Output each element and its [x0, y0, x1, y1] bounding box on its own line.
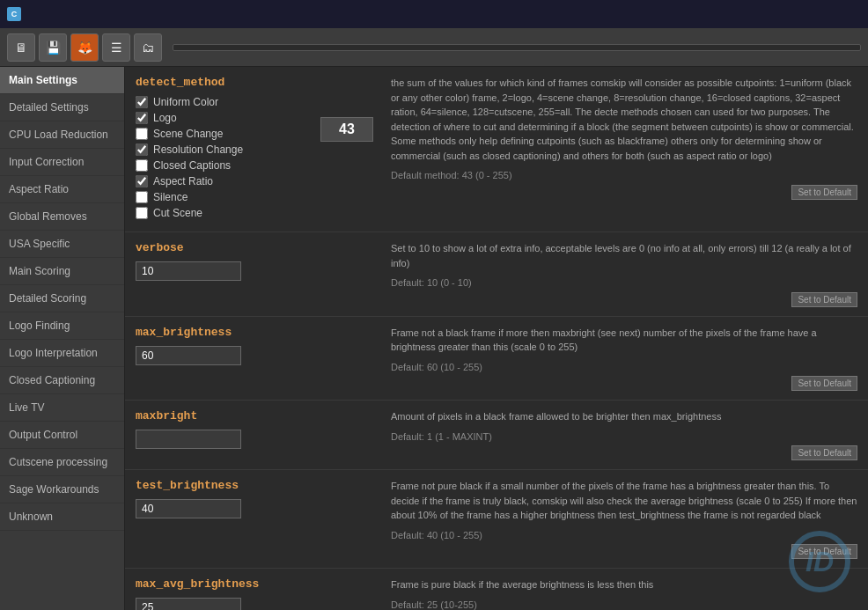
- title-bar: C: [0, 0, 868, 28]
- setting-row-maxbright: maxbrightAmount of pixels in a black fra…: [125, 401, 868, 470]
- checkbox-label-1: Logo: [153, 112, 177, 124]
- reset-btn-test-brightness[interactable]: Set to Default: [791, 544, 857, 559]
- sidebar-item-logo-interpretation[interactable]: Logo Interpretation: [0, 340, 124, 367]
- checkbox-label-4: Closed Captions: [153, 159, 231, 172]
- checkbox-label-2: Scene Change: [153, 128, 223, 140]
- reset-btn-maxbright[interactable]: Set to Default: [791, 445, 857, 460]
- setting-left-max-brightness: max_brightness: [136, 326, 391, 392]
- toolbar: 🖥 💾 🦊 ☰ 🗂: [0, 28, 868, 67]
- checkbox-item-3: Resolution Change: [136, 143, 382, 156]
- reset-btn-detect-method[interactable]: Set to Default: [791, 185, 857, 200]
- close-btn[interactable]: [838, 5, 861, 23]
- setting-name-test-brightness: test_brightness: [136, 479, 382, 492]
- setting-left-test-brightness: test_brightness: [136, 479, 391, 559]
- app-icon: C: [7, 7, 21, 21]
- checkbox-item-4: Closed Captions: [136, 159, 382, 172]
- sidebar-item-detailed-scoring[interactable]: Detailed Scoring: [0, 285, 124, 312]
- setting-left-detect-method: detect_methodUniform ColorLogoScene Chan…: [136, 76, 391, 223]
- firefox-toolbar-btn[interactable]: 🦊: [70, 33, 99, 62]
- sidebar-item-input-correction[interactable]: Input Correction: [0, 149, 124, 176]
- sidebar-item-detailed-settings[interactable]: Detailed Settings: [0, 94, 124, 121]
- checkbox-label-3: Resolution Change: [153, 143, 243, 156]
- setting-default-verbose: Default: 10 (0 - 10): [391, 276, 857, 290]
- reset-btn-max-brightness[interactable]: Set to Default: [791, 376, 857, 391]
- setting-description-max-brightness: Frame not a black frame if more then max…: [391, 326, 857, 355]
- input-verbose[interactable]: [136, 261, 241, 281]
- sidebar-item-main-scoring[interactable]: Main Scoring: [0, 258, 124, 285]
- setting-default-max-avg-brightness: Default: 25 (10-255): [391, 598, 857, 611]
- input-maxbright[interactable]: [136, 430, 241, 449]
- sidebar-item-global-removes[interactable]: Global Removes: [0, 203, 124, 231]
- input-test-brightness[interactable]: [136, 499, 241, 518]
- main-layout: Main SettingsDetailed SettingsCPU Load R…: [0, 67, 868, 610]
- setting-name-maxbright: maxbright: [136, 409, 382, 423]
- setting-description-test-brightness: Frame not pure black if a small number o…: [391, 479, 857, 523]
- checkbox-label-6: Silence: [153, 191, 188, 203]
- setting-row-max-brightness: max_brightnessFrame not a black frame if…: [125, 317, 868, 401]
- sidebar: Main SettingsDetailed SettingsCPU Load R…: [0, 67, 125, 610]
- checkbox-item-6: Silence: [136, 191, 382, 203]
- sidebar-item-unknown[interactable]: Unknown: [0, 503, 124, 531]
- setting-left-verbose: verbose: [136, 241, 391, 307]
- sidebar-item-logo-finding[interactable]: Logo Finding: [0, 312, 124, 340]
- setting-left-maxbright: maxbright: [136, 409, 391, 460]
- checkbox-label-5: Aspect Ratio: [153, 175, 213, 187]
- checkbox-cut-scene[interactable]: [136, 207, 148, 219]
- setting-description-maxbright: Amount of pixels in a black frame allowe…: [391, 409, 857, 424]
- sidebar-item-usa-specific[interactable]: USA Specific: [0, 231, 124, 258]
- setting-right-maxbright: Amount of pixels in a black frame allowe…: [391, 409, 857, 460]
- setting-name-detect-method: detect_method: [136, 76, 382, 89]
- setting-right-verbose: Set to 10 to show a lot of extra info, a…: [391, 241, 857, 307]
- checkbox-scene-change[interactable]: [136, 128, 148, 140]
- checkbox-label-7: Cut Scene: [153, 207, 202, 219]
- setting-default-maxbright: Default: 1 (1 - MAXINT): [391, 430, 857, 445]
- detect-method-value: 43: [320, 117, 373, 142]
- checkbox-logo[interactable]: [136, 112, 148, 124]
- setting-row-test-brightness: test_brightnessFrame not pure black if a…: [125, 470, 868, 569]
- new-toolbar-btn[interactable]: 🖥: [7, 33, 35, 62]
- file-path: [173, 44, 861, 51]
- minimize-btn[interactable]: [789, 5, 812, 23]
- checkbox-item-0: Uniform Color: [136, 96, 382, 108]
- setting-right-max-avg-brightness: Frame is pure black if the average brigh…: [391, 577, 857, 610]
- sidebar-item-output-control[interactable]: Output Control: [0, 422, 124, 449]
- sidebar-item-cpu-load-reduction[interactable]: CPU Load Reduction: [0, 121, 124, 149]
- list-toolbar-btn[interactable]: ☰: [102, 33, 130, 62]
- setting-row-verbose: verboseSet to 10 to show a lot of extra …: [125, 232, 868, 317]
- sidebar-item-cutscene-processing[interactable]: Cutscene processing: [0, 449, 124, 476]
- content-area: detect_methodUniform ColorLogoScene Chan…: [125, 67, 868, 610]
- open-toolbar-btn[interactable]: 💾: [39, 33, 67, 62]
- checkbox-silence[interactable]: [136, 191, 148, 203]
- checkbox-uniform-color[interactable]: [136, 96, 148, 108]
- setting-description-detect-method: the sum of the values for which kind of …: [391, 76, 857, 163]
- sidebar-item-live-tv[interactable]: Live TV: [0, 394, 124, 422]
- checkbox-resolution-change[interactable]: [136, 143, 148, 156]
- setting-name-max-brightness: max_brightness: [136, 326, 382, 339]
- setting-name-max-avg-brightness: max_avg_brightness: [136, 577, 382, 591]
- sidebar-item-closed-captioning[interactable]: Closed Captioning: [0, 367, 124, 394]
- checkbox-item-5: Aspect Ratio: [136, 175, 382, 187]
- checkbox-closed-captions[interactable]: [136, 159, 148, 172]
- save-toolbar-btn[interactable]: 🗂: [134, 33, 162, 62]
- checkbox-item-7: Cut Scene: [136, 207, 382, 219]
- maximize-btn[interactable]: [813, 5, 836, 23]
- setting-description-verbose: Set to 10 to show a lot of extra info, a…: [391, 241, 857, 270]
- setting-right-detect-method: the sum of the values for which kind of …: [391, 76, 857, 223]
- sidebar-item-main-settings[interactable]: Main Settings: [0, 67, 124, 94]
- window-controls: [789, 5, 861, 23]
- setting-row-detect-method: detect_methodUniform ColorLogoScene Chan…: [125, 67, 868, 232]
- sidebar-item-sage-workarounds[interactable]: Sage Workarounds: [0, 476, 124, 503]
- setting-name-verbose: verbose: [136, 241, 382, 254]
- setting-right-max-brightness: Frame not a black frame if more then max…: [391, 326, 857, 392]
- input-max-brightness[interactable]: [136, 346, 241, 365]
- setting-left-max-avg-brightness: max_avg_brightness: [136, 577, 391, 610]
- setting-row-max-avg-brightness: max_avg_brightnessFrame is pure black if…: [125, 569, 868, 610]
- reset-btn-verbose[interactable]: Set to Default: [791, 292, 857, 307]
- setting-default-test-brightness: Default: 40 (10 - 255): [391, 528, 857, 543]
- setting-default-max-brightness: Default: 60 (10 - 255): [391, 360, 857, 375]
- checkbox-aspect-ratio[interactable]: [136, 175, 148, 187]
- input-max-avg-brightness[interactable]: [136, 598, 241, 610]
- setting-description-max-avg-brightness: Frame is pure black if the average brigh…: [391, 577, 857, 592]
- sidebar-item-aspect-ratio[interactable]: Aspect Ratio: [0, 176, 124, 203]
- setting-default-detect-method: Default method: 43 (0 - 255): [391, 168, 857, 183]
